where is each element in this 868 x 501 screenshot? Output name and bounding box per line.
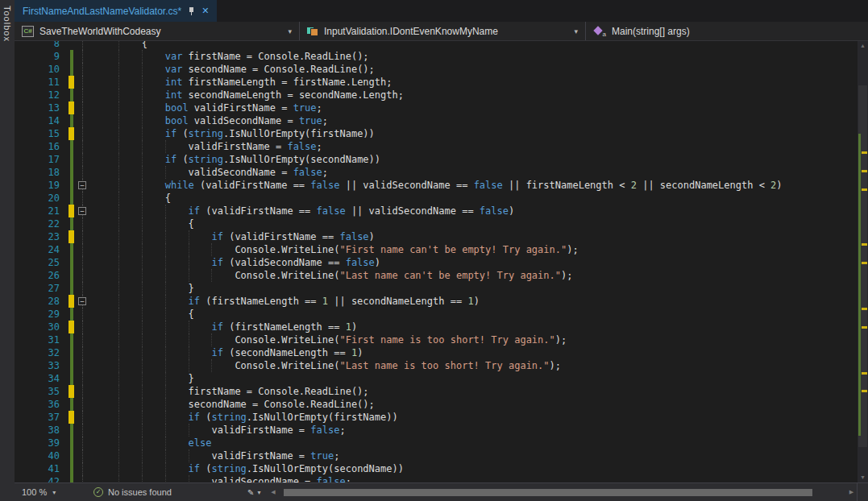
- line-number: 20: [15, 192, 68, 205]
- code-line[interactable]: 26 Console.WriteLine("Last name can't be…: [15, 269, 857, 282]
- code-line[interactable]: 18 validSecondName = false;: [15, 166, 857, 179]
- outlining-margin: [76, 359, 90, 372]
- close-icon[interactable]: ✕: [201, 6, 209, 15]
- horizontal-scrollbar-thumb[interactable]: [284, 489, 812, 496]
- change-tracking-margin: [68, 243, 76, 256]
- code-line[interactable]: 39 else: [15, 437, 857, 449]
- zoom-control[interactable]: 100 % ▾: [15, 487, 85, 497]
- line-number: 34: [15, 372, 68, 385]
- code-line[interactable]: 33 Console.WriteLine("Last name is too s…: [15, 359, 857, 372]
- indent-guide: [118, 269, 119, 282]
- visual-studio-editor-window: Toolbox FirstNameAndLastNameValidator.cs…: [0, 0, 868, 501]
- code-line[interactable]: 17 if (string.IsNullOrEmpty(secondName)): [15, 153, 857, 166]
- code-line[interactable]: 12 int secondNameLength = secondName.Len…: [15, 89, 857, 101]
- chevron-down-icon[interactable]: ▾: [574, 27, 578, 35]
- code-line[interactable]: 22 {: [15, 217, 857, 230]
- code-line[interactable]: 30 if (firstNameLength == 1): [15, 321, 857, 333]
- code-text: var secondName = Console.ReadLine();: [90, 63, 857, 76]
- line-number: 24: [15, 243, 68, 256]
- document-health-indicator[interactable]: ✓ No issues found: [85, 487, 240, 497]
- code-line[interactable]: 11 int firstNameLength = firstName.Lengt…: [15, 76, 857, 89]
- code-line[interactable]: 10 var secondName = Console.ReadLine();: [15, 63, 857, 76]
- code-text: if (firstNameLength == 1): [90, 321, 857, 333]
- code-text: while (validFirstName == false || validS…: [90, 179, 857, 192]
- indent-guide: [118, 475, 119, 482]
- csharp-project-icon: C#: [22, 26, 34, 37]
- code-line[interactable]: 24 Console.WriteLine("First name can't b…: [15, 243, 857, 256]
- code-text: if (string.IsNullOrEmpty(firstName)): [90, 411, 857, 424]
- change-tracking-margin: [68, 89, 76, 101]
- code-line[interactable]: 27 }: [15, 282, 857, 295]
- pin-icon[interactable]: [188, 6, 195, 16]
- code-line[interactable]: 40 validFirstName = true;: [15, 449, 857, 462]
- chevron-down-icon[interactable]: ▾: [288, 27, 292, 35]
- vertical-scrollbar-thumb[interactable]: [858, 85, 867, 447]
- code-line[interactable]: 31 Console.WriteLine("First name is too …: [15, 333, 857, 346]
- chevron-down-icon[interactable]: ▾: [257, 489, 260, 496]
- code-line[interactable]: 25 if (validSecondName == false): [15, 256, 857, 269]
- code-line[interactable]: 38 validFirstName = false;: [15, 424, 857, 437]
- code-line[interactable]: 34 }: [15, 372, 857, 385]
- code-line[interactable]: 13 bool validFirstName = true;: [15, 101, 857, 114]
- code-line[interactable]: 15 if (string.IsNullOrEmpty(firstName)): [15, 127, 857, 140]
- outlining-margin: [76, 398, 90, 411]
- member-dropdown[interactable]: a Main(string[] args): [586, 22, 868, 40]
- code-editor[interactable]: 8 {9 var firstName = Console.ReadLine();…: [15, 41, 857, 482]
- scroll-down-arrow-icon[interactable]: ▼: [858, 473, 868, 482]
- scroll-right-arrow-icon[interactable]: ▶: [846, 489, 857, 495]
- code-line[interactable]: 19− while (validFirstName == false || va…: [15, 179, 857, 192]
- code-line[interactable]: 23 if (validFirstName == false): [15, 230, 857, 243]
- code-line[interactable]: 21− if (validFirstName == false || valid…: [15, 205, 857, 217]
- class-dropdown[interactable]: InputValidation.IDontEvenKnowMyName ▾: [300, 22, 586, 40]
- code-line[interactable]: 14 bool validSecondName = true;: [15, 114, 857, 127]
- code-line[interactable]: 35 firstName = Console.ReadLine();: [15, 385, 857, 398]
- code-line[interactable]: 29 {: [15, 308, 857, 321]
- indent-guide: [118, 256, 119, 269]
- indent-guide: [165, 256, 166, 269]
- indent-guide: [189, 346, 189, 359]
- code-line[interactable]: 9 var firstName = Console.ReadLine();: [15, 50, 857, 63]
- edit-tracking-control[interactable]: ✎ ▾: [240, 488, 268, 497]
- toolbox-panel-tab[interactable]: Toolbox: [0, 0, 15, 501]
- indent-guide: [142, 230, 143, 243]
- indent-guide: [142, 475, 143, 482]
- code-line[interactable]: 8 {: [15, 41, 857, 50]
- collapse-region-icon[interactable]: −: [78, 181, 86, 189]
- change-tracking-margin: [68, 63, 76, 76]
- chevron-down-icon[interactable]: ▾: [52, 489, 56, 496]
- line-number: 42: [15, 475, 68, 482]
- indent-guide: [118, 411, 119, 424]
- code-line[interactable]: 41 if (string.IsNullOrEmpty(secondName)): [15, 462, 857, 475]
- code-line[interactable]: 37 if (string.IsNullOrEmpty(firstName)): [15, 411, 857, 424]
- code-line[interactable]: 28− if (firstNameLength == 1 || secondNa…: [15, 295, 857, 308]
- indent-guide: [142, 321, 143, 333]
- indent-guide: [189, 243, 189, 256]
- outlining-margin: [76, 385, 90, 398]
- code-line[interactable]: 36 secondName = Console.ReadLine();: [15, 398, 857, 411]
- line-number: 28: [15, 295, 68, 308]
- change-tracking-margin: [68, 153, 76, 166]
- vertical-scrollbar[interactable]: ▲ ▼: [857, 41, 868, 482]
- line-number: 13: [15, 101, 68, 114]
- scroll-left-arrow-icon[interactable]: ◀: [268, 489, 278, 495]
- document-tab[interactable]: FirstNameAndLastNameValidator.cs* ✕: [15, 0, 217, 22]
- indent-guide: [142, 424, 143, 437]
- code-line[interactable]: 16 validFirstName = false;: [15, 140, 857, 153]
- code-line[interactable]: 42 validSecondName = false;: [15, 475, 857, 482]
- horizontal-scrollbar-track[interactable]: [278, 483, 846, 501]
- collapse-region-icon[interactable]: −: [78, 207, 86, 215]
- indent-guide: [165, 398, 166, 411]
- change-tracking-margin: [68, 321, 76, 333]
- project-dropdown[interactable]: C# SaveTheWorldWithCodeasy ▾: [15, 22, 300, 40]
- line-number: 12: [15, 89, 68, 101]
- indent-guide: [142, 243, 143, 256]
- indent-guide: [118, 449, 119, 462]
- navigation-bar: C# SaveTheWorldWithCodeasy ▾ InputValida…: [15, 22, 868, 41]
- code-line[interactable]: 32 if (secondNameLength == 1): [15, 346, 857, 359]
- indent-guide: [165, 230, 166, 243]
- scroll-up-arrow-icon[interactable]: ▲: [858, 41, 868, 51]
- indent-guide: [118, 114, 119, 127]
- code-line[interactable]: 20 {: [15, 192, 857, 205]
- collapse-region-icon[interactable]: −: [78, 297, 86, 305]
- horizontal-scrollbar[interactable]: ◀ ▶: [268, 483, 857, 501]
